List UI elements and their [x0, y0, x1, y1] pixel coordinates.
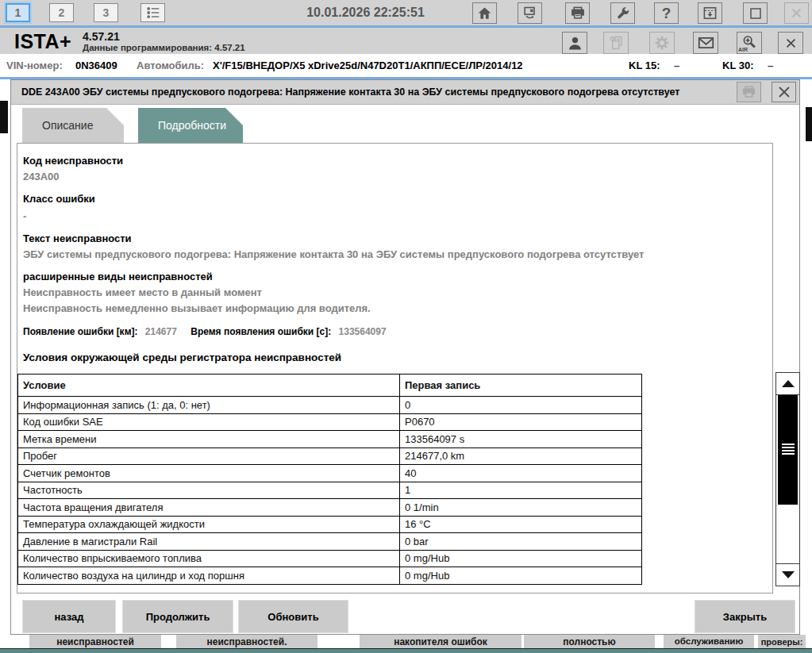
continue-button[interactable]: Продолжить: [122, 600, 233, 633]
mail-button[interactable]: [693, 32, 718, 54]
condition-label: Количество воздуха на цилиндр и ход порш…: [18, 567, 400, 585]
condition-value: 133564097 s: [400, 431, 642, 448]
help-icon: ?: [662, 5, 672, 22]
condition-value: 0 mg/Hub: [400, 550, 642, 567]
background-button-fragment: полностью: [524, 635, 655, 648]
table-row: Пробег214677,0 km: [18, 447, 642, 465]
help-button[interactable]: ?: [654, 2, 679, 24]
close-dialog-button[interactable]: Закрыть: [695, 600, 795, 633]
air-search-button[interactable]: AIR: [737, 32, 762, 54]
table-row: Температура охлаждающей жидкости16 °C: [18, 516, 642, 533]
dialog-close-button[interactable]: [772, 82, 796, 102]
background-left-strip: [0, 101, 8, 133]
condition-value: 0 mg/Hub: [400, 567, 642, 585]
home-button[interactable]: [472, 2, 497, 24]
fault-class-value: -: [23, 210, 26, 222]
back-button[interactable]: назад: [22, 600, 116, 633]
vertical-scrollbar[interactable]: [775, 372, 800, 586]
scrollbar-thumb[interactable]: [778, 395, 798, 505]
page-button-2[interactable]: 2: [49, 3, 74, 22]
occurrence-time-value: 133564097: [339, 326, 387, 337]
table-row: Частотность1: [18, 482, 642, 499]
printer-icon: [570, 6, 586, 21]
documents-icon: [609, 35, 624, 51]
dialog-print-button: [737, 82, 761, 102]
table-row: Счетчик ремонтов40: [18, 465, 642, 482]
table-row: Частота вращения двигателя0 1/min: [18, 499, 642, 517]
refresh-button[interactable]: Обновить: [238, 600, 348, 633]
app-version: 4.57.21: [83, 30, 120, 43]
arrow-down-icon: [782, 571, 795, 578]
fault-code-label: Код неисправности: [23, 155, 123, 167]
kl30-value: –: [768, 60, 773, 71]
condition-value: 0 bar: [400, 533, 642, 551]
column-header-first-record: Первая запись: [400, 375, 642, 397]
home-icon: [477, 6, 492, 21]
condition-label: Температура охлаждающей жидкости: [18, 516, 400, 533]
display-refresh-icon: [522, 6, 537, 21]
printer-icon: [741, 85, 756, 99]
arrow-up-icon: [782, 380, 795, 387]
occurrence-km-label: Появление ошибки [км]:: [23, 326, 138, 337]
condition-value: P0670: [400, 413, 642, 431]
programming-data: Данные программирования: 4.57.21: [83, 43, 245, 52]
page-button-3[interactable]: 3: [94, 3, 118, 22]
condition-value: 40: [400, 465, 642, 482]
vin-label: VIN-номер:: [6, 60, 63, 71]
condition-value: 0 1/min: [400, 499, 642, 517]
dialog-title: DDE 243A00 ЭБУ системы предпускового под…: [21, 86, 720, 98]
scrollbar-grip-icon: [782, 444, 795, 456]
occurrence-time-label: Время появления ошибки [с]:: [190, 326, 331, 337]
scroll-down-button[interactable]: [776, 563, 799, 586]
mail-icon: [698, 36, 714, 50]
table-row: Информационная запись (1: да, 0: нет)0: [18, 397, 642, 414]
background-button-fragment: неисправностей.: [176, 635, 317, 648]
fault-detail-content: Код неисправности 243A00 Класс ошибки - …: [17, 143, 773, 593]
table-row: Количество воздуха на цилиндр и ход порш…: [18, 567, 642, 585]
dock-window-button[interactable]: [698, 2, 722, 24]
display-refresh-button[interactable]: [518, 2, 542, 24]
fault-text-value: ЭБУ системы предпускового подогрева: Нап…: [23, 248, 644, 260]
condition-label: Счетчик ремонтов: [18, 465, 400, 482]
table-row: Количество впрыскиваемого топлива0 mg/Hu…: [18, 550, 642, 567]
condition-label: Частотность: [18, 482, 400, 499]
tab-description[interactable]: Описание: [22, 108, 124, 143]
app-title: ISTA+: [14, 30, 71, 53]
background-button-fragment: проверы:: [758, 635, 806, 648]
bottom-border-bar: [0, 649, 812, 653]
fault-detail-dialog: DDE 243A00 ЭБУ системы предпускового под…: [10, 79, 800, 635]
tab-details[interactable]: Подробности: [138, 108, 243, 143]
air-label: AIR: [738, 47, 748, 52]
print-button[interactable]: [565, 2, 590, 24]
fault-class-label: Класс ошибки: [23, 193, 95, 205]
documents-button: [603, 32, 629, 54]
close-session-button[interactable]: [778, 32, 803, 54]
table-row: Давление в магистрали Rail0 bar: [18, 533, 642, 551]
condition-value: 16 °C: [400, 516, 642, 533]
condition-value: 0: [400, 397, 642, 414]
condition-label: Количество впрыскиваемого топлива: [18, 550, 400, 567]
table-row: Метка времени133564097 s: [18, 431, 642, 448]
occurrence-km-value: 214677: [145, 326, 177, 337]
settings-wrench-button[interactable]: [610, 2, 635, 24]
background-right-strip: [806, 107, 812, 141]
vin-value: 0N36409: [75, 60, 117, 71]
maximize-icon: [749, 6, 763, 21]
list-view-button[interactable]: [140, 3, 165, 22]
close-icon: [777, 85, 791, 99]
scroll-up-button[interactable]: [776, 373, 799, 395]
extended-fault-label: расширенные виды неисправностей: [23, 271, 213, 282]
condition-label: Пробег: [18, 447, 400, 465]
user-icon: [567, 35, 583, 52]
user-button[interactable]: [562, 32, 587, 54]
condition-label: Метка времени: [18, 431, 400, 448]
kl30-label: KL 30:: [722, 60, 754, 71]
page-button-1[interactable]: 1: [6, 3, 30, 22]
settings-gear-icon: [654, 35, 670, 51]
maximize-button[interactable]: [743, 2, 768, 24]
extended-fault-line1: Неисправность имеет место в данный момен…: [23, 286, 262, 298]
wrench-icon: [615, 6, 630, 21]
column-header-condition: Условие: [18, 375, 400, 397]
dock-window-icon: [702, 6, 718, 21]
table-row: Код ошибки SAEP0670: [18, 413, 642, 431]
